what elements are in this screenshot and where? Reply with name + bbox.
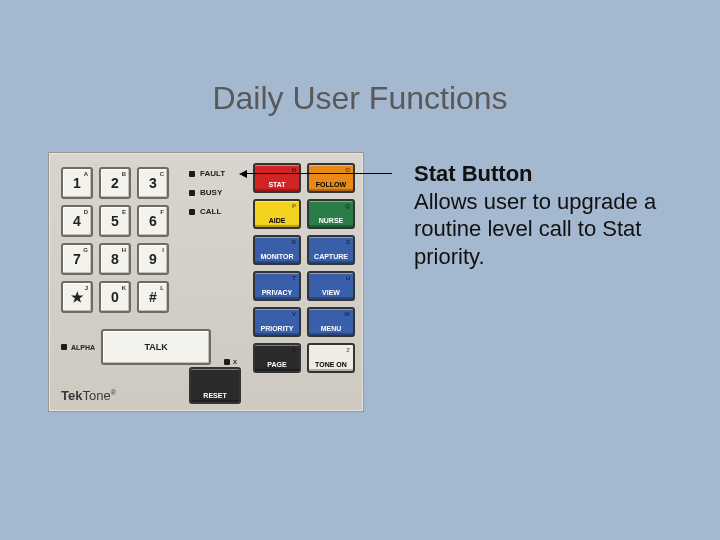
key-sup: J xyxy=(85,285,88,291)
button-label: AIDE xyxy=(269,217,286,224)
button-sup: U xyxy=(346,275,350,281)
key-label: # xyxy=(149,289,157,305)
key-0[interactable]: 0K xyxy=(99,281,131,313)
button-label: CAPTURE xyxy=(314,253,348,260)
key-9[interactable]: 9I xyxy=(137,243,169,275)
button-label: PRIVACY xyxy=(262,289,293,296)
privacy-button[interactable]: PRIVACYT xyxy=(253,271,301,301)
button-label: STAT xyxy=(268,181,285,188)
stat-button[interactable]: STATN xyxy=(253,163,301,193)
key-star[interactable]: ★J xyxy=(61,281,93,313)
brand-part-b: Tone xyxy=(82,388,110,403)
key-1[interactable]: 1A xyxy=(61,167,93,199)
button-sup: P xyxy=(292,203,296,209)
led-call: CALL xyxy=(189,207,225,216)
key-sup: B xyxy=(122,171,126,177)
callout-line xyxy=(244,173,392,174)
button-label: FOLLOW xyxy=(316,181,346,188)
key-sup: D xyxy=(84,209,88,215)
button-sup: Y xyxy=(292,347,296,353)
key-2[interactable]: 2B xyxy=(99,167,131,199)
page-title: Daily User Functions xyxy=(0,80,720,117)
aide-button[interactable]: AIDEP xyxy=(253,199,301,229)
key-sup: G xyxy=(83,247,88,253)
button-sup: V xyxy=(292,311,296,317)
key-sup: F xyxy=(160,209,164,215)
control-panel: 1A 2B 3C 4D 5E 6F 7G 8H 9I ★J 0K #L FAUL… xyxy=(48,152,364,412)
key-sup: I xyxy=(162,247,164,253)
button-sup: W xyxy=(344,311,350,317)
numeric-keypad: 1A 2B 3C 4D 5E 6F 7G 8H 9I ★J 0K #L xyxy=(61,167,169,313)
nurse-button[interactable]: NURSEQ xyxy=(307,199,355,229)
button-label: VIEW xyxy=(322,289,340,296)
led-dot-icon xyxy=(189,190,195,196)
key-8[interactable]: 8H xyxy=(99,243,131,275)
key-label: 4 xyxy=(73,213,81,229)
key-label: 7 xyxy=(73,251,81,267)
led-fault: FAULT xyxy=(189,169,225,178)
led-busy: BUSY xyxy=(189,188,225,197)
key-label: 3 xyxy=(149,175,157,191)
button-sup: R xyxy=(292,239,296,245)
alpha-label: ALPHA xyxy=(71,344,95,351)
key-5[interactable]: 5E xyxy=(99,205,131,237)
led-dot-icon xyxy=(189,171,195,177)
key-sup: L xyxy=(160,285,164,291)
button-sup: Q xyxy=(345,203,350,209)
key-6[interactable]: 6F xyxy=(137,205,169,237)
key-label: ★ xyxy=(71,289,84,305)
reset-sup: X xyxy=(224,359,237,365)
led-dot-icon xyxy=(224,359,230,365)
callout-body: Allows user to upgrade a routine level c… xyxy=(414,189,656,269)
button-label: TALK xyxy=(144,342,167,352)
key-sup: A xyxy=(84,171,88,177)
key-4[interactable]: 4D xyxy=(61,205,93,237)
button-label: NURSE xyxy=(319,217,344,224)
key-hash[interactable]: #L xyxy=(137,281,169,313)
reset-button[interactable]: RESET xyxy=(189,367,241,404)
callout-heading: Stat Button xyxy=(414,161,533,186)
tone-on-button[interactable]: TONE ONZ xyxy=(307,343,355,373)
monitor-button[interactable]: MONITORR xyxy=(253,235,301,265)
key-label: 5 xyxy=(111,213,119,229)
button-label: PAGE xyxy=(267,361,286,368)
arrowhead-icon xyxy=(239,170,247,178)
button-sup: Z xyxy=(346,347,350,353)
button-label: RESET xyxy=(203,392,226,399)
button-label: MONITOR xyxy=(261,253,294,260)
key-label: 2 xyxy=(111,175,119,191)
key-3[interactable]: 3C xyxy=(137,167,169,199)
key-sup: E xyxy=(122,209,126,215)
led-indicators: FAULT BUSY CALL xyxy=(189,169,225,216)
key-sup: K xyxy=(122,285,126,291)
led-label: CALL xyxy=(200,207,221,216)
slide: Daily User Functions 1A 2B 3C 4D 5E 6F 7… xyxy=(0,0,720,540)
led-dot-icon xyxy=(189,209,195,215)
key-label: 1 xyxy=(73,175,81,191)
key-sup: C xyxy=(160,171,164,177)
brand-logo: TekTone® xyxy=(61,388,116,403)
button-sup: S xyxy=(346,239,350,245)
follow-button[interactable]: FOLLOWO xyxy=(307,163,355,193)
capture-button[interactable]: CAPTURES xyxy=(307,235,355,265)
key-label: 9 xyxy=(149,251,157,267)
key-label: 8 xyxy=(111,251,119,267)
button-label: MENU xyxy=(321,325,342,332)
view-button[interactable]: VIEWU xyxy=(307,271,355,301)
function-button-grid: STATN FOLLOWO AIDEP NURSEQ MONITORR CAPT… xyxy=(253,163,355,373)
brand-part-a: Tek xyxy=(61,388,82,403)
key-label: 6 xyxy=(149,213,157,229)
alpha-indicator: ALPHA xyxy=(61,344,95,351)
key-sup: H xyxy=(122,247,126,253)
led-label: FAULT xyxy=(200,169,225,178)
priority-button[interactable]: PRIORITYV xyxy=(253,307,301,337)
key-label: 0 xyxy=(111,289,119,305)
menu-button[interactable]: MENUW xyxy=(307,307,355,337)
button-label: TONE ON xyxy=(315,361,347,368)
button-sup: T xyxy=(292,275,296,281)
button-label: PRIORITY xyxy=(260,325,293,332)
key-7[interactable]: 7G xyxy=(61,243,93,275)
led-dot-icon xyxy=(61,344,67,350)
reset-wrap: X RESET xyxy=(189,359,241,404)
page-button[interactable]: PAGEY xyxy=(253,343,301,373)
